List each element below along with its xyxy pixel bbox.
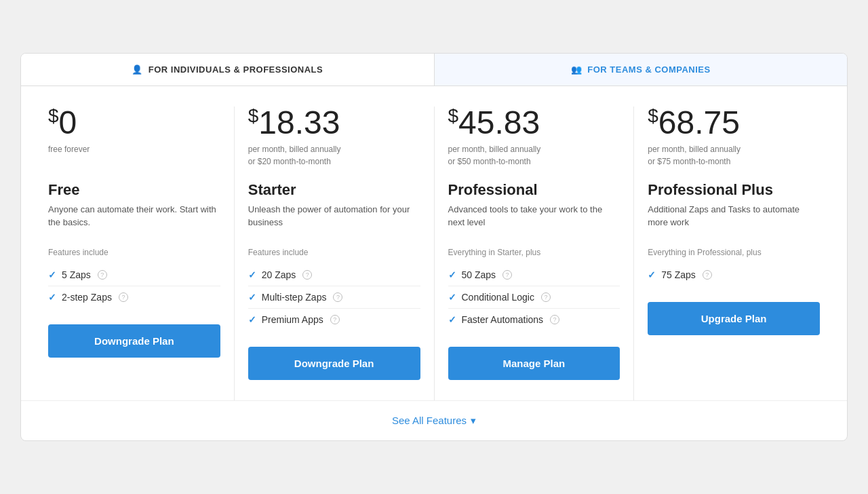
plan-professional-features-label: Everything in Starter, plus	[448, 248, 620, 257]
plan-professional-plus-price-row: $68.75	[648, 107, 820, 139]
plan-starter-price-note: per month, billed annually or $20 month-…	[248, 143, 420, 168]
plan-free-feature-0: ✓ 5 Zaps ?	[48, 264, 220, 286]
plan-free-features-label: Features include	[48, 248, 220, 257]
tab-individuals-label: FOR INDIVIDUALS & PROFESSIONALS	[149, 64, 323, 75]
plan-free-button[interactable]: Downgrade Plan	[48, 324, 220, 358]
person-icon: 👤	[132, 64, 143, 75]
plan-starter-feature-1: ✓ Multi-step Zaps ?	[248, 286, 420, 309]
plan-professional-plus-name: Professional Plus	[648, 181, 820, 199]
tab-teams[interactable]: 👥 FOR TEAMS & COMPANIES	[434, 54, 848, 86]
plan-professional-plus-price: $68.75	[648, 104, 740, 140]
feature-label: 75 Zaps	[661, 269, 696, 280]
plan-free: $0free foreverFreeAnyone can automate th…	[35, 107, 235, 400]
help-icon: ?	[302, 270, 312, 280]
plan-professional-price: $45.83	[448, 104, 540, 140]
plan-starter: $18.33per month, billed annually or $20 …	[235, 107, 435, 400]
tab-teams-label: FOR TEAMS & COMPANIES	[587, 64, 710, 75]
feature-label: 20 Zaps	[262, 269, 296, 280]
feature-label: 5 Zaps	[62, 269, 91, 280]
checkmark-icon: ✓	[248, 292, 256, 303]
plan-professional-button[interactable]: Manage Plan	[448, 347, 620, 380]
plan-professional: $45.83per month, billed annually or $50 …	[435, 107, 635, 400]
help-icon: ?	[541, 292, 551, 302]
checkmark-icon: ✓	[248, 314, 256, 325]
plan-professional-name: Professional	[448, 181, 620, 199]
feature-label: Premium Apps	[262, 314, 323, 325]
help-icon: ?	[703, 270, 712, 280]
checkmark-icon: ✓	[648, 269, 656, 280]
tab-individuals[interactable]: 👤 FOR INDIVIDUALS & PROFESSIONALS	[21, 54, 434, 86]
plan-professional-feature-2: ✓ Faster Automations ?	[448, 309, 620, 330]
see-all-features-link[interactable]: See All Features ▾	[392, 415, 476, 427]
help-icon: ?	[502, 270, 512, 280]
feature-label: Faster Automations	[462, 314, 544, 325]
help-icon: ?	[333, 292, 342, 302]
plan-professional-feature-1: ✓ Conditional Logic ?	[448, 286, 620, 309]
team-icon: 👥	[571, 64, 583, 75]
plan-professional-plus-features-label: Everything in Professional, plus	[648, 248, 820, 257]
plan-professional-description: Advanced tools to take your work to the …	[448, 203, 620, 237]
plan-free-price-note: free forever	[48, 143, 220, 168]
plan-starter-feature-0: ✓ 20 Zaps ?	[248, 264, 420, 286]
plan-professional-price-row: $45.83	[448, 107, 620, 139]
checkmark-icon: ✓	[48, 269, 56, 280]
plan-starter-feature-2: ✓ Premium Apps ?	[248, 309, 420, 330]
feature-label: 50 Zaps	[462, 269, 496, 280]
plan-starter-price: $18.33	[248, 104, 340, 140]
plan-free-description: Anyone can automate their work. Start wi…	[48, 203, 220, 237]
plan-professional-plus: $68.75per month, billed annually or $75 …	[634, 107, 833, 400]
plan-starter-name: Starter	[248, 181, 420, 199]
checkmark-icon: ✓	[448, 269, 456, 280]
plan-free-feature-1: ✓ 2-step Zaps ?	[48, 286, 220, 308]
plan-starter-description: Unleash the power of automation for your…	[248, 203, 420, 237]
checkmark-icon: ✓	[248, 269, 256, 280]
plan-professional-plus-description: Additional Zaps and Tasks to automate mo…	[648, 203, 820, 237]
help-icon: ?	[119, 292, 128, 302]
plan-free-name: Free	[48, 181, 220, 199]
help-icon: ?	[550, 315, 559, 324]
feature-label: Multi-step Zaps	[262, 292, 327, 303]
plan-professional-plus-feature-0: ✓ 75 Zaps ?	[648, 264, 820, 286]
plan-starter-features-label: Features include	[248, 248, 420, 257]
plan-starter-button[interactable]: Downgrade Plan	[248, 347, 420, 380]
plan-professional-price-note: per month, billed annually or $50 month-…	[448, 143, 620, 168]
feature-label: 2-step Zaps	[62, 292, 112, 303]
feature-label: Conditional Logic	[462, 292, 534, 303]
see-features-label: See All Features	[392, 415, 467, 426]
plans: $0free foreverFreeAnyone can automate th…	[21, 86, 847, 400]
pricing-container: 👤 FOR INDIVIDUALS & PROFESSIONALS 👥 FOR …	[20, 53, 848, 442]
plan-starter-price-row: $18.33	[248, 107, 420, 139]
footer: See All Features ▾	[21, 400, 847, 441]
checkmark-icon: ✓	[448, 314, 456, 325]
checkmark-icon: ✓	[448, 292, 456, 303]
help-icon: ?	[330, 315, 340, 324]
plan-professional-plus-button[interactable]: Upgrade Plan	[648, 302, 820, 335]
plan-free-price-row: $0	[48, 107, 220, 139]
plan-free-price: $0	[48, 104, 77, 140]
chevron-down-icon: ▾	[471, 415, 476, 427]
tabs: 👤 FOR INDIVIDUALS & PROFESSIONALS 👥 FOR …	[21, 54, 847, 86]
checkmark-icon: ✓	[48, 292, 56, 303]
plan-professional-plus-price-note: per month, billed annually or $75 month-…	[648, 143, 820, 168]
help-icon: ?	[98, 270, 107, 280]
plan-professional-feature-0: ✓ 50 Zaps ?	[448, 264, 620, 286]
